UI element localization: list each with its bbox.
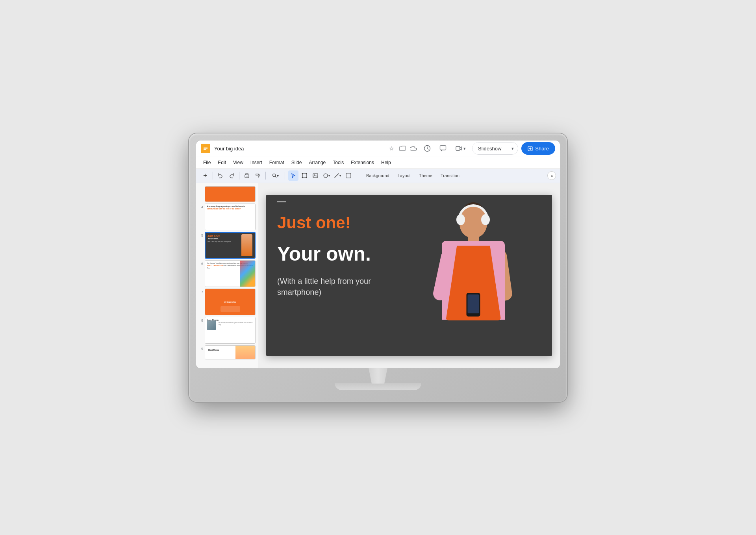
stand-base <box>335 383 421 390</box>
svg-rect-6 <box>456 146 460 150</box>
redo-button[interactable] <box>226 170 237 181</box>
toolbar-tools-group: ▾ ▾ <box>288 170 354 181</box>
menu-file[interactable]: File <box>200 158 214 167</box>
menu-edit[interactable]: Edit <box>215 158 229 167</box>
monitor-bezel: Your big idea ☆ <box>196 141 560 368</box>
zoom-button[interactable]: ▾ <box>268 170 282 181</box>
svg-rect-12 <box>302 174 306 178</box>
share-button[interactable]: Share <box>521 142 555 155</box>
svg-rect-2 <box>204 148 208 149</box>
svg-point-19 <box>324 174 328 178</box>
menu-bar: File Edit View Insert Format Slide Arran… <box>196 157 560 169</box>
select-tool[interactable] <box>288 170 298 181</box>
shape-tool[interactable]: ▾ <box>321 170 332 181</box>
undo-button[interactable] <box>215 170 226 181</box>
bookmark-icon[interactable]: ☆ <box>388 145 395 152</box>
image-tool[interactable] <box>310 170 321 181</box>
slide-num-6: 6 <box>198 260 203 266</box>
title-right: ▾ Slideshow ▾ Share <box>421 142 555 155</box>
divider-1 <box>213 172 213 180</box>
menu-format[interactable]: Format <box>266 158 287 167</box>
transform-tool[interactable] <box>299 170 309 181</box>
slide-thumb-top[interactable] <box>198 186 256 202</box>
cloud-icon[interactable] <box>410 145 417 152</box>
svg-point-14 <box>306 173 307 174</box>
canvas-area: Just one! Your own. (With a little help … <box>258 183 560 368</box>
theme-button[interactable]: Theme <box>415 172 436 180</box>
slide-preview-top <box>205 186 256 202</box>
slide-thumb-8[interactable]: 8 Meet Alberto He recently moved from Sp… <box>198 317 256 344</box>
divider-2 <box>239 172 239 180</box>
video-button[interactable]: ▾ <box>452 142 469 155</box>
svg-point-13 <box>302 173 303 174</box>
slide-canvas[interactable]: Just one! Your own. (With a little help … <box>266 195 552 355</box>
menu-tools[interactable]: Tools <box>330 158 347 167</box>
slideshow-dropdown-button[interactable]: ▾ <box>507 143 518 154</box>
slideshow-main-button[interactable]: Slideshow <box>472 143 507 154</box>
line-tool[interactable]: ▾ <box>332 170 343 181</box>
phone-screen <box>468 294 479 313</box>
layout-button[interactable]: Layout <box>394 172 415 180</box>
toolbar-right: ∧ <box>547 171 556 180</box>
slide-preview-9: Meet Marco <box>205 345 256 359</box>
slide-format-actions: Background Layout Theme Transition <box>358 172 463 180</box>
svg-rect-20 <box>346 173 351 178</box>
headphone-left <box>456 214 465 225</box>
menu-extensions[interactable]: Extensions <box>348 158 377 167</box>
title-icons: ☆ <box>388 145 417 152</box>
transition-button[interactable]: Transition <box>437 172 463 180</box>
menu-insert[interactable]: Insert <box>247 158 265 167</box>
paint-format-button[interactable] <box>253 170 263 181</box>
menu-slide[interactable]: Slide <box>288 158 305 167</box>
background-button[interactable]: Background <box>362 172 393 180</box>
divider-5 <box>360 172 360 180</box>
svg-rect-9 <box>246 176 248 176</box>
svg-point-16 <box>306 177 307 178</box>
slideshow-button-group: Slideshow ▾ <box>472 142 518 155</box>
monitor-stand <box>196 368 560 390</box>
collapse-toolbar-button[interactable]: ∧ <box>547 171 556 180</box>
slide-thumb-7[interactable]: 7 2. Examples <box>198 289 256 315</box>
slide-thumb-9[interactable]: 9 Meet Marco <box>198 345 256 359</box>
monitor-frame: Your big idea ☆ <box>189 133 567 402</box>
slide-thumb-5[interactable]: 5 Just one! Your own. With a little help… <box>198 232 256 259</box>
canvas-body-line1: (With a little help from your <box>277 277 371 285</box>
main-area: 4 How many languages do you need to know… <box>196 183 560 368</box>
toolbar-left-group: + <box>200 170 287 181</box>
slide-thumb-4[interactable]: 4 How many languages do you need to know… <box>198 204 256 230</box>
svg-point-15 <box>302 177 303 178</box>
document-title: Your big idea <box>214 146 382 152</box>
canvas-body-line2: smartphone) <box>277 288 321 296</box>
svg-point-18 <box>314 174 315 175</box>
screen: Your big idea ☆ <box>196 141 560 368</box>
slide-num-top <box>198 186 203 188</box>
folder-icon[interactable] <box>399 145 406 152</box>
phone <box>467 293 480 317</box>
print-button[interactable] <box>242 170 252 181</box>
comment-button[interactable] <box>437 142 449 155</box>
stand-neck <box>362 368 394 384</box>
slide-num-4: 4 <box>198 204 203 209</box>
slide-num-9: 9 <box>198 345 203 351</box>
text-tool[interactable] <box>343 170 354 181</box>
slide-preview-6: The Google Translate can repeat anything… <box>205 260 256 287</box>
canvas-dash <box>277 201 286 202</box>
toolbar: + <box>196 169 560 183</box>
slide-preview-4: How many languages do you need to know t… <box>205 204 256 230</box>
slide-preview-7: 2. Examples <box>205 289 256 315</box>
app-icon <box>201 144 210 153</box>
svg-rect-10 <box>246 177 247 177</box>
svg-rect-1 <box>204 147 208 148</box>
slide-thumb-6[interactable]: 6 The Google Translate can repeat anythi… <box>198 260 256 287</box>
title-bar: Your big idea ☆ <box>196 141 560 157</box>
slide-num-8: 8 <box>198 317 203 322</box>
add-button[interactable]: + <box>200 170 210 181</box>
menu-view[interactable]: View <box>230 158 246 167</box>
menu-arrange[interactable]: Arrange <box>306 158 329 167</box>
canvas-body: (With a little help from your smartphone… <box>277 276 371 298</box>
headphone-right <box>481 214 490 225</box>
video-dropdown-arrow: ▾ <box>463 146 466 151</box>
share-label: Share <box>535 146 549 152</box>
menu-help[interactable]: Help <box>378 158 394 167</box>
history-button[interactable] <box>421 142 434 155</box>
